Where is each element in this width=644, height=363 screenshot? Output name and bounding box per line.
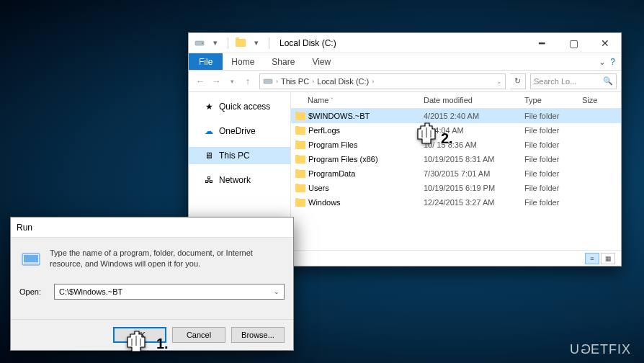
refresh-button[interactable]: ↻ bbox=[510, 73, 526, 89]
view-buttons: ≡ ▦ bbox=[585, 253, 615, 264]
file-name: Users bbox=[308, 184, 329, 192]
file-type: File folder bbox=[520, 112, 578, 120]
breadcrumb-segment[interactable]: Local Disk (C:) bbox=[317, 77, 369, 86]
cloud-icon: ☁ bbox=[203, 125, 215, 137]
file-type: File folder bbox=[520, 155, 578, 163]
file-name: PerfLogs bbox=[308, 126, 340, 135]
open-input-value: C:\$Windows.~BT bbox=[59, 287, 122, 296]
table-row[interactable]: $WINDOWS.~BT 4/2015 2:40 AM File folder bbox=[291, 109, 621, 123]
browse-button[interactable]: Browse... bbox=[231, 327, 285, 343]
sidebar-label: This PC bbox=[219, 151, 250, 161]
sidebar-item-network[interactable]: 🖧Network bbox=[189, 171, 290, 189]
ribbon-collapse[interactable]: ⌄? bbox=[599, 53, 621, 70]
close-button[interactable]: ✕ bbox=[589, 33, 621, 53]
column-size[interactable]: Size bbox=[578, 94, 621, 106]
chevron-right-icon: › bbox=[276, 78, 278, 85]
breadcrumb-segment[interactable]: This PC bbox=[281, 77, 309, 86]
run-button-row: OK Cancel Browse... bbox=[11, 319, 293, 350]
table-row[interactable]: Windows 12/24/2015 3:27 AM File folder bbox=[291, 195, 621, 210]
nav-arrows: ← → ▾ ↑ bbox=[193, 74, 255, 89]
address-bar[interactable]: › This PC › Local Disk (C:) › ⌄ bbox=[259, 73, 506, 89]
run-description-row: Type the name of a program, folder, docu… bbox=[19, 248, 285, 271]
search-input[interactable]: Search Lo...🔍 bbox=[530, 73, 617, 89]
drive-icon bbox=[263, 76, 273, 86]
column-name[interactable]: Nameˇ bbox=[291, 94, 419, 106]
dropdown-icon[interactable]: ▾ bbox=[250, 37, 263, 50]
file-type: File folder bbox=[520, 169, 578, 178]
search-placeholder: Search Lo... bbox=[534, 77, 576, 86]
file-date: 12/24/2015 3:27 AM bbox=[419, 198, 520, 207]
window-controls: ━ ▢ ✕ bbox=[526, 33, 621, 53]
icons-view-button[interactable]: ▦ bbox=[601, 253, 615, 264]
drive-icon bbox=[193, 37, 206, 50]
table-row[interactable]: Program Files 10/ 15 8:36 AM File folder bbox=[291, 138, 621, 152]
file-type: File folder bbox=[520, 184, 578, 192]
file-date: 10/ 15 8:36 AM bbox=[419, 140, 520, 149]
file-list: Nameˇ Date modified Type Size $WINDOWS.~… bbox=[291, 92, 621, 250]
file-date: 15 4:04 AM bbox=[419, 126, 520, 135]
chevron-right-icon: › bbox=[312, 78, 314, 85]
ribbon-tabs: File Home Share View ⌄? bbox=[189, 53, 621, 71]
star-icon: ★ bbox=[203, 101, 215, 112]
svg-rect-5 bbox=[24, 262, 38, 264]
file-name: Program Files (x86) bbox=[308, 155, 378, 163]
address-dropdown[interactable]: ⌄ bbox=[496, 78, 502, 85]
back-button[interactable]: ← bbox=[193, 74, 207, 89]
folder-icon bbox=[295, 199, 305, 207]
sidebar-item-onedrive[interactable]: ☁OneDrive bbox=[189, 122, 290, 140]
maximize-button[interactable]: ▢ bbox=[558, 33, 589, 53]
chevron-right-icon: › bbox=[372, 78, 374, 85]
folder-icon bbox=[295, 141, 305, 149]
cancel-button[interactable]: Cancel bbox=[172, 327, 225, 343]
run-input-row: Open: C:\$Windows.~BT ⌄ bbox=[19, 284, 285, 300]
history-dropdown[interactable]: ▾ bbox=[225, 74, 239, 89]
titlebar: ▾ ▾ Local Disk (C:) ━ ▢ ✕ bbox=[189, 33, 621, 53]
minimize-button[interactable]: ━ bbox=[526, 33, 558, 53]
svg-rect-4 bbox=[24, 255, 38, 262]
sidebar-item-this-pc[interactable]: 🖥This PC bbox=[189, 147, 290, 164]
dropdown-icon[interactable]: ⌄ bbox=[274, 288, 279, 295]
run-title-label: Run bbox=[17, 223, 32, 233]
tab-view[interactable]: View bbox=[303, 53, 339, 70]
ok-button[interactable]: OK bbox=[113, 327, 166, 343]
tab-file[interactable]: File bbox=[189, 53, 223, 70]
svg-point-1 bbox=[202, 42, 203, 44]
sidebar-item-quick-access[interactable]: ★Quick access bbox=[189, 98, 290, 115]
run-icon bbox=[19, 248, 43, 271]
divider bbox=[228, 37, 228, 49]
folder-icon bbox=[295, 170, 305, 178]
properties-icon[interactable]: ▾ bbox=[209, 37, 222, 50]
file-date: 10/19/2015 6:19 PM bbox=[419, 184, 520, 192]
file-name: Windows bbox=[308, 198, 341, 207]
sidebar-label: OneDrive bbox=[219, 126, 256, 136]
column-type[interactable]: Type bbox=[520, 94, 578, 106]
folder-icon bbox=[295, 156, 305, 163]
file-type: File folder bbox=[520, 198, 578, 207]
sidebar-label: Quick access bbox=[219, 102, 270, 112]
column-date[interactable]: Date modified bbox=[419, 94, 520, 106]
up-button[interactable]: ↑ bbox=[241, 74, 255, 89]
table-row[interactable]: PerfLogs 15 4:04 AM File folder bbox=[291, 123, 621, 138]
file-date: 4/2015 2:40 AM bbox=[419, 112, 520, 120]
table-row[interactable]: Users 10/19/2015 6:19 PM File folder bbox=[291, 181, 621, 195]
folder-icon bbox=[295, 112, 305, 120]
quick-access-toolbar: ▾ ▾ bbox=[193, 37, 272, 50]
run-dialog: Run Type the name of a program, folder, … bbox=[10, 217, 294, 351]
open-input[interactable]: C:\$Windows.~BT ⌄ bbox=[54, 284, 285, 300]
file-rows: $WINDOWS.~BT 4/2015 2:40 AM File folder … bbox=[291, 109, 621, 210]
tab-home[interactable]: Home bbox=[223, 53, 263, 70]
open-label: Open: bbox=[19, 287, 48, 296]
forward-button[interactable]: → bbox=[209, 74, 223, 89]
details-view-button[interactable]: ≡ bbox=[585, 253, 599, 264]
chevron-icon: ⌄ bbox=[599, 57, 606, 67]
window-title: Local Disk (C:) bbox=[279, 38, 336, 48]
divider bbox=[269, 37, 269, 49]
run-body: Type the name of a program, folder, docu… bbox=[11, 238, 293, 319]
tab-share[interactable]: Share bbox=[263, 53, 303, 70]
sidebar-label: Network bbox=[219, 175, 251, 185]
table-row[interactable]: Program Files (x86) 10/19/2015 8:31 AM F… bbox=[291, 152, 621, 166]
table-row[interactable]: ProgramData 7/30/2015 7:01 AM File folde… bbox=[291, 166, 621, 181]
run-titlebar: Run bbox=[11, 218, 293, 238]
column-headers: Nameˇ Date modified Type Size bbox=[291, 92, 621, 109]
help-icon[interactable]: ? bbox=[610, 57, 615, 67]
